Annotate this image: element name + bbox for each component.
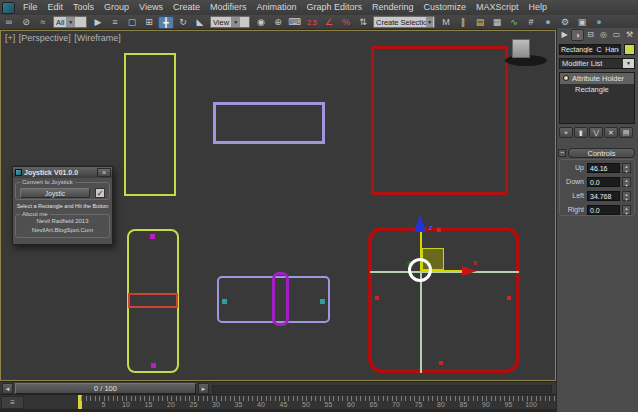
- chevron-down-icon[interactable]: ▼: [426, 17, 433, 27]
- joystick-dialog[interactable]: Joystick V01.0.0 × Convert to Joystick J…: [12, 166, 113, 245]
- previous-frame-icon[interactable]: ◄: [2, 383, 13, 394]
- material-editor-icon[interactable]: ●: [540, 16, 556, 29]
- spinner-value-up[interactable]: 46.16: [587, 163, 620, 173]
- gizmo-x-arrow-icon[interactable]: [462, 266, 477, 276]
- menu-item-help[interactable]: Help: [524, 0, 553, 15]
- show-end-result-button[interactable]: ▮: [574, 127, 588, 138]
- dialog-titlebar[interactable]: Joystick V01.0.0 ×: [13, 167, 112, 178]
- gray-cube-object[interactable]: [512, 39, 530, 58]
- rect-selection-region-icon[interactable]: ▢: [124, 16, 140, 29]
- spinner-value-down[interactable]: 0.0: [587, 177, 620, 187]
- menu-item-tools[interactable]: Tools: [68, 0, 99, 15]
- coord-system-dropdown[interactable]: View▼: [210, 16, 250, 28]
- configure-modifier-sets-button[interactable]: ▤: [619, 127, 633, 138]
- rectangle-shape-magenta-inner[interactable]: [272, 272, 289, 326]
- spinner-value-right[interactable]: 0.0: [587, 205, 620, 215]
- tab-motion[interactable]: ◎: [597, 29, 610, 41]
- angle-snap-icon[interactable]: ∠: [321, 16, 337, 29]
- tab-hierarchy[interactable]: ⊟: [584, 29, 597, 41]
- named-selection-sets-dropdown[interactable]: Create Selection Se▼: [373, 16, 435, 28]
- close-icon[interactable]: ×: [97, 168, 111, 177]
- tab-create[interactable]: ▶: [558, 29, 571, 41]
- joystic-button[interactable]: Joystic: [20, 188, 90, 198]
- rollout-collapse-icon[interactable]: −: [558, 149, 566, 157]
- selection-filter-dropdown[interactable]: All▼: [53, 16, 87, 28]
- layer-manager-icon[interactable]: ▤: [472, 16, 488, 29]
- select-and-scale-icon[interactable]: ◣: [192, 16, 208, 29]
- chevron-down-icon[interactable]: ▼: [231, 17, 240, 27]
- time-slider-handle[interactable]: 0 / 100: [15, 383, 196, 394]
- menu-item-file[interactable]: File: [18, 0, 43, 15]
- pin-stack-button[interactable]: ⌖: [559, 127, 573, 138]
- rendered-frame-icon[interactable]: ▣: [574, 16, 590, 29]
- window-crossing-icon[interactable]: ⊞: [141, 16, 157, 29]
- chevron-down-icon[interactable]: ▼: [66, 17, 75, 27]
- viewport-menu-general[interactable]: [+]: [5, 33, 15, 43]
- select-and-manipulate-icon[interactable]: ⊕: [270, 16, 286, 29]
- menu-item-create[interactable]: Create: [168, 0, 205, 15]
- remove-modifier-button[interactable]: ✕: [604, 127, 618, 138]
- unlink-selection-icon[interactable]: ⊘: [18, 16, 34, 29]
- convert-checkbox[interactable]: ✓: [95, 188, 105, 198]
- modifier-enabled-bulb-icon[interactable]: [563, 75, 569, 81]
- align-icon[interactable]: ∥: [455, 16, 471, 29]
- spinner-arrows-icon[interactable]: ▲ ▼: [622, 205, 631, 215]
- bind-to-spacewarp-icon[interactable]: ≈: [35, 16, 51, 29]
- stack-item-attribute-holder[interactable]: Attribute Holder: [560, 73, 634, 84]
- gizmo-center-circle[interactable]: [408, 258, 432, 282]
- render-setup-icon[interactable]: ⚙: [557, 16, 573, 29]
- menu-item-maxscript[interactable]: MAXScript: [471, 0, 524, 15]
- menu-item-group[interactable]: Group: [99, 0, 134, 15]
- gizmo-z-arrow-icon[interactable]: [414, 215, 426, 232]
- select-and-move-icon[interactable]: ╋: [158, 16, 174, 29]
- open-mini-curve-editor-icon[interactable]: ≡: [1, 396, 24, 409]
- menu-item-modifiers[interactable]: Modifiers: [205, 0, 252, 15]
- rectangle-shape-red-small[interactable]: [128, 293, 178, 308]
- viewport-label[interactable]: [+] [Perspective] [Wireframe]: [5, 33, 122, 43]
- track-bar[interactable]: ≡ 51015202530354045505560657075808590951…: [0, 394, 556, 409]
- rectangle-shape-yellow-top[interactable]: [124, 53, 176, 196]
- viewport-menu-shading[interactable]: [Wireframe]: [74, 33, 121, 43]
- controls-rollout-header[interactable]: Controls: [568, 148, 635, 158]
- spinner-snap-icon[interactable]: ⇅: [355, 16, 371, 29]
- schematic-view-icon[interactable]: #: [523, 16, 539, 29]
- modifier-list-dropdown[interactable]: Modifier List ▼: [559, 58, 635, 69]
- rectangle-shape-red-top[interactable]: [371, 46, 508, 195]
- render-production-icon[interactable]: ●: [591, 16, 607, 29]
- graphite-ribbon-icon[interactable]: ▦: [489, 16, 505, 29]
- tab-display[interactable]: ▭: [610, 29, 623, 41]
- tab-modify[interactable]: ◑: [571, 29, 584, 41]
- select-object-icon[interactable]: ▶: [90, 16, 106, 29]
- select-and-rotate-icon[interactable]: ↻: [175, 16, 191, 29]
- percent-snap-icon[interactable]: %: [338, 16, 354, 29]
- stack-item-rectangle[interactable]: Rectangle: [560, 84, 634, 95]
- menu-item-rendering[interactable]: Rendering: [367, 0, 419, 15]
- viewport-menu-pov[interactable]: [Perspective]: [19, 33, 71, 43]
- menu-item-customize[interactable]: Customize: [419, 0, 472, 15]
- tab-utilities[interactable]: ⚒: [623, 29, 636, 41]
- menu-item-edit[interactable]: Edit: [43, 0, 69, 15]
- rectangle-shape-lavender-top[interactable]: [213, 102, 325, 144]
- object-name-field[interactable]: [559, 44, 621, 55]
- select-by-name-icon[interactable]: ≡: [107, 16, 123, 29]
- mirror-icon[interactable]: M: [438, 16, 454, 29]
- spinner-arrows-icon[interactable]: ▲ ▼: [622, 191, 631, 201]
- menu-item-animation[interactable]: Animation: [251, 0, 301, 15]
- next-frame-icon[interactable]: ►: [198, 383, 209, 394]
- menu-item-views[interactable]: Views: [134, 0, 168, 15]
- curve-editor-icon[interactable]: ∿: [506, 16, 522, 29]
- use-pivot-center-icon[interactable]: ◉: [253, 16, 269, 29]
- rectangle-shape-red-bottom-selected[interactable]: [368, 227, 520, 373]
- keyboard-override-icon[interactable]: ⌨: [287, 16, 303, 29]
- snaps-toggle-icon[interactable]: 2.5: [304, 16, 320, 29]
- time-slider-track[interactable]: [212, 385, 552, 393]
- app-logo-icon[interactable]: [2, 2, 15, 14]
- menu-item-graph-editors[interactable]: Graph Editors: [301, 0, 367, 15]
- spinner-arrows-icon[interactable]: ▲ ▼: [622, 177, 631, 187]
- object-color-swatch[interactable]: [624, 44, 635, 55]
- make-unique-button[interactable]: ⋁: [589, 127, 603, 138]
- spinner-arrows-icon[interactable]: ▲ ▼: [622, 163, 631, 173]
- select-and-link-icon[interactable]: ∞: [1, 16, 17, 29]
- modifier-stack-list[interactable]: Attribute HolderRectangle: [559, 72, 635, 124]
- spinner-value-left[interactable]: 34.768: [587, 191, 620, 201]
